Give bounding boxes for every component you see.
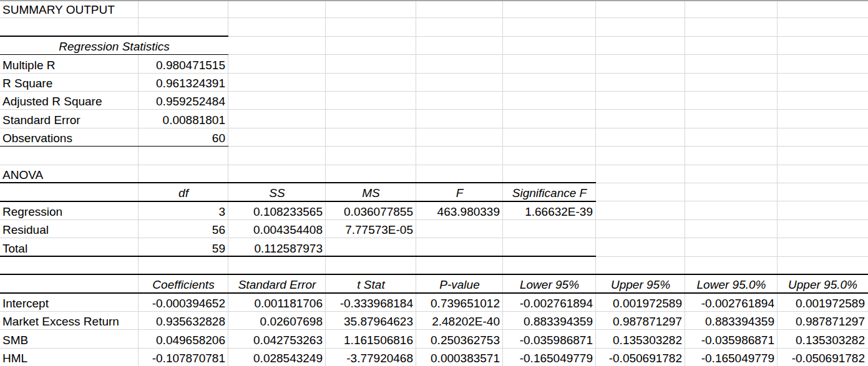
coef-col-upper-95[interactable]: Upper 95%	[596, 275, 685, 293]
hml-p-value[interactable]: 0.000383571	[416, 349, 503, 366]
border-anova-total-bottom	[0, 256, 596, 257]
market-excess-return-coefficient[interactable]: 0.935632828	[139, 312, 228, 330]
intercept-t-stat[interactable]: -0.333968184	[326, 293, 416, 311]
anova-regression-df[interactable]: 3	[139, 201, 228, 219]
market-excess-return-lower-95[interactable]: 0.883394359	[503, 312, 596, 330]
market-excess-return-upper-95-0[interactable]: 0.987871297	[778, 312, 868, 330]
intercept-upper-95-0[interactable]: 0.001972589	[778, 293, 868, 311]
market-excess-return-p-value[interactable]: 2.48202E-40	[416, 312, 503, 330]
hml-upper-95[interactable]: -0.050691782	[596, 349, 685, 366]
smb-coefficient[interactable]: 0.049658206	[139, 330, 228, 348]
border-coef-top	[0, 274, 868, 276]
anova-regression-label[interactable]: Regression	[0, 201, 139, 219]
intercept-std-error[interactable]: 0.001181706	[228, 293, 326, 311]
hml-upper-95-0[interactable]: -0.050691782	[778, 349, 868, 366]
r-square-value[interactable]: 0.961324391	[139, 74, 228, 92]
anova-total-label[interactable]: Total	[0, 238, 139, 256]
coef-col-upper-95-0[interactable]: Upper 95.0%	[778, 275, 868, 293]
coef-col-lower-95[interactable]: Lower 95%	[503, 275, 596, 293]
smb-lower-95-0[interactable]: -0.035986871	[685, 330, 778, 348]
smb-upper-95[interactable]: 0.135303282	[596, 330, 685, 348]
hml-lower-95-0[interactable]: -0.165049779	[685, 349, 778, 366]
market-excess-return-lower-95-0[interactable]: 0.883394359	[685, 312, 778, 330]
r-square-label[interactable]: R Square	[0, 74, 139, 92]
intercept-label[interactable]: Intercept	[0, 293, 139, 311]
anova-total-ss[interactable]: 0.112587973	[228, 238, 326, 256]
regression-statistics-header[interactable]: Regression Statistics	[0, 37, 228, 55]
observations-value[interactable]: 60	[139, 128, 228, 147]
coef-col-lower-95-0[interactable]: Lower 95.0%	[685, 275, 778, 293]
market-excess-return-label[interactable]: Market Excess Return	[0, 312, 139, 330]
adjusted-r-square-value[interactable]: 0.959252484	[139, 92, 228, 110]
intercept-lower-95[interactable]: -0.002761894	[503, 293, 596, 311]
anova-label[interactable]: ANOVA	[0, 165, 139, 183]
border-regstats-top	[0, 36, 228, 37]
coef-col-standard-error[interactable]: Standard Error	[228, 275, 326, 293]
anova-col-f[interactable]: F	[416, 183, 503, 201]
adjusted-r-square-label[interactable]: Adjusted R Square	[0, 92, 139, 110]
smb-lower-95[interactable]: -0.035986871	[503, 330, 596, 348]
market-excess-return-t-stat[interactable]: 35.87964623	[326, 312, 416, 330]
anova-regression-ss[interactable]: 0.108233565	[228, 201, 326, 219]
coef-col-coefficients[interactable]: Coefficients	[139, 275, 228, 293]
market-excess-return-std-error[interactable]: 0.02607698	[228, 312, 326, 330]
hml-t-stat[interactable]: -3.77920468	[326, 349, 416, 366]
anova-total-df[interactable]: 59	[139, 238, 228, 256]
multiple-r-label[interactable]: Multiple R	[0, 55, 139, 73]
smb-upper-95-0[interactable]: 0.135303282	[778, 330, 868, 348]
smb-p-value[interactable]: 0.250362753	[416, 330, 503, 348]
border-anova-label-bottom	[0, 182, 596, 183]
border-observations-bottom	[0, 146, 228, 147]
anova-residual-label[interactable]: Residual	[0, 220, 139, 238]
multiple-r-value[interactable]: 0.980471515	[139, 55, 228, 73]
intercept-p-value[interactable]: 0.739651012	[416, 293, 503, 311]
anova-col-significance-f[interactable]: Significance F	[503, 183, 596, 201]
hml-std-error[interactable]: 0.028543249	[228, 349, 326, 366]
smb-label[interactable]: SMB	[0, 330, 139, 348]
smb-t-stat[interactable]: 1.161506816	[326, 330, 416, 348]
intercept-lower-95-0[interactable]: -0.002761894	[685, 293, 778, 311]
intercept-upper-95[interactable]: 0.001972589	[596, 293, 685, 311]
border-regstats-bottom	[0, 54, 228, 55]
summary-output-title[interactable]: SUMMARY OUTPUT	[0, 0, 139, 18]
standard-error-value[interactable]: 0.00881801	[139, 110, 228, 128]
smb-std-error[interactable]: 0.042753263	[228, 330, 326, 348]
anova-regression-f[interactable]: 463.980339	[416, 201, 503, 219]
spreadsheet-grid: SUMMARY OUTPUT Regression Statistics Mul…	[0, 0, 868, 366]
hml-lower-95[interactable]: -0.165049779	[503, 349, 596, 366]
intercept-coefficient[interactable]: -0.000394652	[139, 293, 228, 311]
border-coef-header-bottom	[0, 292, 868, 294]
hml-label[interactable]: HML	[0, 349, 139, 366]
market-excess-return-upper-95[interactable]: 0.987871297	[596, 312, 685, 330]
anova-residual-ms[interactable]: 7.77573E-05	[326, 220, 416, 238]
coef-col-t-stat[interactable]: t Stat	[326, 275, 416, 293]
anova-residual-df[interactable]: 56	[139, 220, 228, 238]
anova-regression-ms[interactable]: 0.036077855	[326, 201, 416, 219]
anova-col-ms[interactable]: MS	[326, 183, 416, 201]
border-anova-header-bottom	[0, 201, 596, 202]
standard-error-label[interactable]: Standard Error	[0, 110, 139, 128]
observations-label[interactable]: Observations	[0, 128, 139, 147]
anova-residual-ss[interactable]: 0.004354408	[228, 220, 326, 238]
anova-col-ss[interactable]: SS	[228, 183, 326, 201]
hml-coefficient[interactable]: -0.107870781	[139, 349, 228, 366]
anova-regression-sig-f[interactable]: 1.66632E-39	[503, 201, 596, 219]
anova-col-df[interactable]: df	[139, 183, 228, 201]
top-row-divider	[0, 0, 868, 1]
coef-col-p-value[interactable]: P-value	[416, 275, 503, 293]
